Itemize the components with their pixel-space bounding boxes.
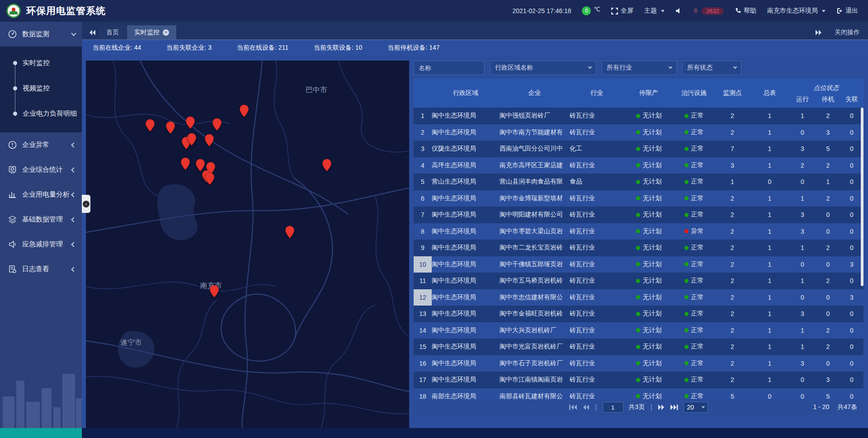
cell-company: 阆中明阳建材有限公司 (500, 211, 570, 219)
facility-status-label: 正常 (691, 260, 704, 268)
status-filter-select[interactable]: 所有状态 (682, 61, 741, 75)
sidebar-group-enterprise-abnormal[interactable]: 企业异常 (0, 132, 82, 157)
tab-close-icon[interactable]: × (163, 29, 169, 36)
table-row[interactable]: 7阆中生态环境局阆中明阳建材有限公司砖瓦行业无计划正常21300 (414, 207, 863, 223)
map-pin[interactable] (185, 116, 195, 129)
pager-separator: | (595, 403, 597, 411)
table-scrollbar[interactable] (861, 108, 863, 286)
table-row[interactable]: 2阆中生态环境局阆中市南方节能建材有砖瓦行业无计划正常21030 (414, 124, 863, 141)
map-pin[interactable] (239, 104, 249, 118)
table-row[interactable]: 14阆中生态环境局阆中大兴页岩机砖厂砖瓦行业无计划正常21120 (414, 322, 863, 339)
sidebar-collapse-handle[interactable]: ‹ (82, 195, 90, 213)
table-row[interactable]: 8阆中生态环境局阆中市枣碧大梁山页岩砖瓦行业无计划异常21300 (414, 223, 863, 240)
pagination-summary: 1 - 20 共47条 (813, 403, 857, 411)
sidebar-item-realtime-monitoring[interactable]: 实时监控 (0, 50, 82, 75)
page-number-input[interactable] (603, 402, 623, 413)
sidebar-group-log-view[interactable]: 日志查看 (0, 257, 82, 282)
notifications-button[interactable]: 2632 (693, 7, 724, 15)
sidebar-group-emergency-reduction[interactable]: 应急减排管理 (0, 232, 82, 257)
tab-home[interactable]: 首页 (99, 25, 126, 39)
table-row[interactable]: 12阆中生态环境局阆中市忠信建材有限公砖瓦行业无计划正常21003 (414, 289, 863, 306)
table-row[interactable]: 11阆中生态环境局阆中市五马桥页岩机砖砖瓦行业无计划正常21120 (414, 273, 863, 289)
map-pin[interactable] (212, 118, 222, 131)
sidebar-group-enterprise-statistics[interactable]: 企业综合统计 (0, 157, 82, 182)
footer-strip (0, 428, 868, 438)
sidebar-group-basic-data[interactable]: 基础数据管理 (0, 207, 82, 232)
cell-industry: 砖瓦行业 (570, 310, 624, 318)
cell-industry: 砖瓦行业 (570, 392, 624, 399)
map-pin[interactable] (209, 285, 219, 298)
map-pin[interactable] (180, 157, 190, 170)
cell-monitor-count: 2 (714, 244, 750, 251)
table-row[interactable]: 17阆中生态环境局阆中市江南镇阆南页岩砖瓦行业无计划正常21030 (414, 372, 863, 388)
sidebar-group-power-analysis[interactable]: 企业用电量分析 (0, 182, 82, 207)
mute-button[interactable] (675, 8, 682, 14)
map-pin[interactable] (322, 159, 332, 172)
cell-stop-count: 0 (816, 228, 840, 235)
theme-button[interactable]: 主题 (644, 7, 665, 15)
org-menu[interactable]: 南充市生态环境局 (767, 7, 826, 15)
table-row[interactable]: 9阆中生态环境局阆中市二龙长宝页岩砖砖瓦行业无计划正常21120 (414, 240, 863, 256)
cell-lost-count: 0 (840, 178, 863, 185)
region-filter-value: 行政区域名称 (495, 64, 533, 72)
map-pin[interactable] (165, 121, 175, 134)
map-pin[interactable] (145, 119, 155, 132)
sidebar-group-label: 企业综合统计 (22, 165, 72, 174)
first-page-button[interactable] (569, 405, 577, 410)
cell-facility-status: 异常 (674, 227, 714, 235)
cell-region: 高坪生态环境局 (432, 161, 500, 170)
sidebar-group-label: 应急减排管理 (22, 240, 72, 249)
header-facility: 治污设施 (674, 89, 714, 97)
table-row[interactable]: 15阆中生态环境局阆中市光富页岩机砖厂砖瓦行业无计划正常21120 (414, 339, 863, 355)
cell-company: 阆中千佛镇五郎垭页岩 (500, 260, 570, 268)
topbar-right: 2021-02-25 17:46:18 0 ℃ 全屏 主题 (512, 6, 858, 15)
map-pin[interactable] (205, 172, 215, 185)
cell-industry: 砖瓦行业 (570, 359, 624, 367)
next-page-button[interactable] (658, 405, 665, 410)
table-row[interactable]: 13阆中生态环境局阆中市金福旺页岩机砖砖瓦行业无计划正常21300 (414, 306, 863, 322)
prev-page-button[interactable] (583, 405, 590, 410)
cell-company: 阆中市枣碧大梁山页岩 (500, 227, 570, 235)
table-row[interactable]: 5营山生态环境局营山县润丰肉食品有限食品无计划正常10010 (414, 174, 863, 190)
cell-monitor-count: 2 (714, 310, 750, 317)
cell-run-count: 1 (789, 327, 816, 334)
tab-realtime-monitoring[interactable]: 实时监控 × (127, 25, 176, 39)
name-filter-input[interactable] (419, 64, 480, 71)
table-row[interactable]: 16阆中生态环境局阆中市石子页岩机砖厂砖瓦行业无计划正常21300 (414, 355, 863, 372)
facility-status-label: 正常 (691, 145, 704, 153)
header-run: 运行 (789, 95, 816, 105)
sidebar-group-label: 日志查看 (22, 265, 72, 273)
sidebar-item-power-load-detail[interactable]: 企业电力负荷明细 (0, 101, 82, 126)
cell-stop-count: 2 (816, 343, 840, 350)
region-filter-select[interactable]: 行政区域名称 (490, 61, 596, 75)
cell-lost-count: 0 (840, 360, 863, 367)
help-button[interactable]: 帮助 (735, 7, 756, 15)
fullscreen-button[interactable]: 全屏 (611, 7, 633, 15)
table-row[interactable]: 18南部生态环境局南部县砖瓦建材有限公砖瓦行业无计划正常50050 (414, 388, 863, 400)
industry-filter-select[interactable]: 所有行业 (602, 61, 677, 75)
map-canvas[interactable]: ‹ 巴中市南充市遂宁市 (86, 61, 409, 428)
map-pin[interactable] (187, 133, 197, 146)
sidebar-group-data-monitoring[interactable]: 数据监测 (0, 22, 82, 47)
temperature-badge: 0 (582, 6, 591, 15)
cell-facility-status: 正常 (674, 376, 714, 384)
tab-scroll-left-button[interactable] (86, 25, 99, 39)
fullscreen-label: 全屏 (621, 7, 633, 15)
name-filter[interactable] (414, 61, 485, 75)
table-row[interactable]: 3仪陇生态环境局西南油气田分公司川中化工无计划正常71350 (414, 141, 863, 157)
status-dot-icon (636, 345, 640, 349)
table-row[interactable]: 4高坪生态环境局南充市高坪区王家店建砖瓦行业无计划正常31220 (414, 157, 863, 174)
close-operations[interactable]: 关闭操作 (816, 25, 860, 39)
map-pin[interactable] (285, 226, 295, 239)
table-row[interactable]: 10阆中生态环境局阆中千佛镇五郎垭页岩砖瓦行业无计划正常21003 (414, 256, 863, 273)
cell-run-count: 3 (789, 228, 816, 235)
table-row[interactable]: 1阆中生态环境局阆中强锐页岩砖厂砖瓦行业无计划正常21120 (414, 108, 863, 124)
sidebar-item-video-monitoring[interactable]: 视频监控 (0, 75, 82, 101)
last-page-button[interactable] (670, 405, 678, 410)
sidebar-group-label: 企业用电量分析 (22, 190, 72, 199)
page-size-select[interactable]: 20 (684, 402, 708, 413)
logout-button[interactable]: 退出 (836, 7, 858, 15)
table-row[interactable]: 6阆中生态环境局阆中市金博瑞新型墙材砖瓦行业无计划正常21120 (414, 190, 863, 207)
map-pin[interactable] (204, 134, 214, 147)
cell-limit-status: 无计划 (624, 310, 674, 318)
